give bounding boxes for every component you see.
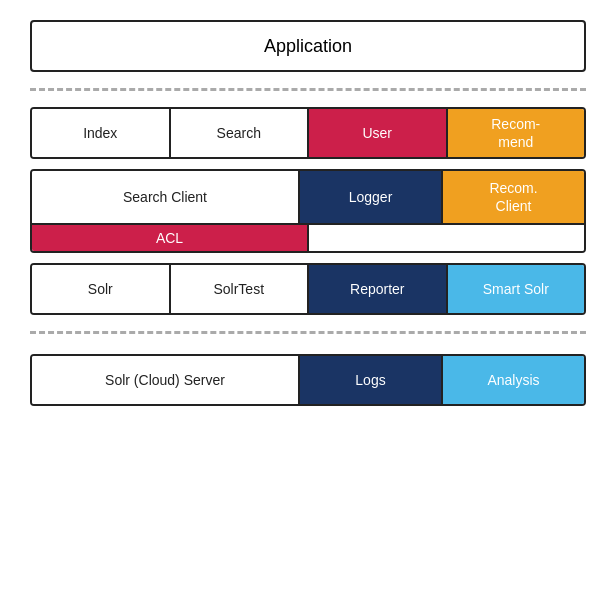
application-label: Application bbox=[264, 36, 352, 57]
row-2-top: Search Client Logger Recom. Client bbox=[32, 171, 584, 223]
cell-logger: Logger bbox=[300, 171, 443, 223]
bottom-section: Solr (Cloud) Server Logs Analysis bbox=[30, 354, 586, 406]
cell-recom-client: Recom. Client bbox=[443, 171, 584, 223]
cell-index: Index bbox=[32, 109, 171, 157]
dashed-separator-bottom bbox=[30, 331, 586, 334]
cell-empty bbox=[309, 225, 584, 251]
dashed-separator-top bbox=[30, 88, 586, 91]
middle-section: Index Search User Recom- mend Search Cli… bbox=[30, 107, 586, 315]
row-1: Index Search User Recom- mend bbox=[30, 107, 586, 159]
cell-recommend: Recom- mend bbox=[448, 109, 585, 157]
row-2-bottom: ACL bbox=[32, 223, 584, 251]
row-4: Solr (Cloud) Server Logs Analysis bbox=[30, 354, 586, 406]
cell-search-client: Search Client bbox=[32, 171, 300, 223]
cell-solr: Solr bbox=[32, 265, 171, 313]
application-box: Application bbox=[30, 20, 586, 72]
cell-reporter: Reporter bbox=[309, 265, 448, 313]
cell-smart-solr: Smart Solr bbox=[448, 265, 585, 313]
cell-user: User bbox=[309, 109, 448, 157]
cell-search: Search bbox=[171, 109, 310, 157]
cell-solr-cloud: Solr (Cloud) Server bbox=[32, 356, 300, 404]
row-2: Search Client Logger Recom. Client ACL bbox=[30, 169, 586, 253]
cell-acl: ACL bbox=[32, 225, 309, 251]
cell-logs: Logs bbox=[300, 356, 443, 404]
cell-solrtest: SolrTest bbox=[171, 265, 310, 313]
row-3: Solr SolrTest Reporter Smart Solr bbox=[30, 263, 586, 315]
cell-analysis: Analysis bbox=[443, 356, 584, 404]
